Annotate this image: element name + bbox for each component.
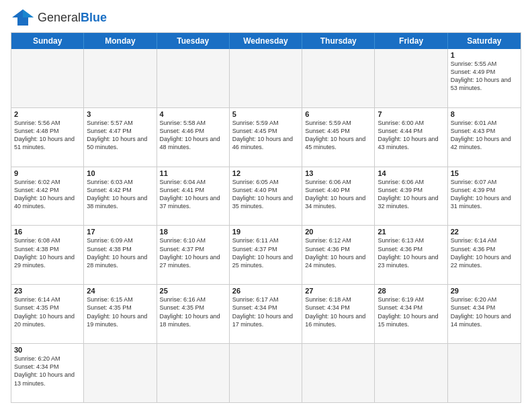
- calendar-cell: [157, 344, 230, 402]
- day-number: 7: [378, 110, 444, 118]
- day-number: 2: [14, 110, 81, 118]
- cell-info: Sunrise: 5:59 AM Sunset: 4:45 PM Dayligh…: [305, 119, 371, 152]
- day-number: 27: [305, 287, 371, 295]
- calendar-cell: 1Sunrise: 5:55 AM Sunset: 4:49 PM Daylig…: [448, 49, 521, 107]
- calendar-cell: 10Sunrise: 6:03 AM Sunset: 4:42 PM Dayli…: [84, 167, 157, 226]
- calendar-cell: [375, 344, 447, 402]
- calendar-header: SundayMondayTuesdayWednesdayThursdayFrid…: [11, 33, 521, 49]
- header: GeneralBlue: [11, 8, 521, 27]
- day-number: 17: [87, 228, 153, 236]
- calendar-cell: 13Sunrise: 6:06 AM Sunset: 4:40 PM Dayli…: [302, 167, 375, 226]
- cell-info: Sunrise: 6:20 AM Sunset: 4:34 PM Dayligh…: [451, 295, 518, 328]
- calendar-cell: 30Sunrise: 6:20 AM Sunset: 4:34 PM Dayli…: [11, 344, 84, 402]
- cell-info: Sunrise: 6:01 AM Sunset: 4:43 PM Dayligh…: [451, 119, 518, 152]
- calendar-cell: [448, 344, 521, 402]
- calendar-cell: 12Sunrise: 6:05 AM Sunset: 4:40 PM Dayli…: [230, 167, 302, 226]
- day-number: 4: [160, 110, 226, 118]
- calendar-row: 2Sunrise: 5:56 AM Sunset: 4:48 PM Daylig…: [11, 107, 521, 167]
- calendar-row: 9Sunrise: 6:02 AM Sunset: 4:42 PM Daylig…: [11, 167, 521, 226]
- calendar-cell: 8Sunrise: 6:01 AM Sunset: 4:43 PM Daylig…: [448, 108, 521, 167]
- weekday-header: Monday: [84, 33, 157, 49]
- calendar-cell: 16Sunrise: 6:08 AM Sunset: 4:38 PM Dayli…: [11, 226, 84, 284]
- calendar-cell: [84, 49, 157, 107]
- calendar-cell: 5Sunrise: 5:59 AM Sunset: 4:45 PM Daylig…: [230, 108, 302, 167]
- day-number: 28: [378, 287, 444, 295]
- cell-info: Sunrise: 6:14 AM Sunset: 4:36 PM Dayligh…: [451, 236, 518, 269]
- calendar-row: 23Sunrise: 6:14 AM Sunset: 4:35 PM Dayli…: [11, 284, 521, 343]
- cell-info: Sunrise: 6:18 AM Sunset: 4:34 PM Dayligh…: [305, 295, 371, 328]
- calendar-cell: [302, 344, 375, 402]
- cell-info: Sunrise: 6:00 AM Sunset: 4:44 PM Dayligh…: [378, 119, 444, 152]
- calendar-cell: 14Sunrise: 6:06 AM Sunset: 4:39 PM Dayli…: [375, 167, 447, 226]
- calendar-cell: 23Sunrise: 6:14 AM Sunset: 4:35 PM Dayli…: [11, 285, 84, 343]
- weekday-header: Thursday: [302, 33, 375, 49]
- day-number: 11: [160, 169, 226, 177]
- cell-info: Sunrise: 6:03 AM Sunset: 4:42 PM Dayligh…: [87, 178, 153, 211]
- cell-info: Sunrise: 6:08 AM Sunset: 4:38 PM Dayligh…: [14, 236, 81, 269]
- day-number: 1: [451, 51, 518, 59]
- calendar-cell: 28Sunrise: 6:19 AM Sunset: 4:34 PM Dayli…: [375, 285, 447, 343]
- day-number: 24: [87, 287, 153, 295]
- calendar-cell: 9Sunrise: 6:02 AM Sunset: 4:42 PM Daylig…: [11, 167, 84, 226]
- calendar-cell: [11, 49, 84, 107]
- cell-info: Sunrise: 6:06 AM Sunset: 4:39 PM Dayligh…: [378, 178, 444, 211]
- calendar-cell: 29Sunrise: 6:20 AM Sunset: 4:34 PM Dayli…: [448, 285, 521, 343]
- cell-info: Sunrise: 6:02 AM Sunset: 4:42 PM Dayligh…: [14, 178, 81, 211]
- calendar-cell: 6Sunrise: 5:59 AM Sunset: 4:45 PM Daylig…: [302, 108, 375, 167]
- cell-info: Sunrise: 5:57 AM Sunset: 4:47 PM Dayligh…: [87, 119, 153, 152]
- calendar-cell: [84, 344, 157, 402]
- day-number: 3: [87, 110, 153, 118]
- calendar-row: 30Sunrise: 6:20 AM Sunset: 4:34 PM Dayli…: [11, 343, 521, 402]
- calendar-body: 1Sunrise: 5:55 AM Sunset: 4:49 PM Daylig…: [11, 49, 521, 402]
- cell-info: Sunrise: 6:20 AM Sunset: 4:34 PM Dayligh…: [14, 355, 81, 387]
- day-number: 9: [14, 169, 81, 177]
- cell-info: Sunrise: 6:19 AM Sunset: 4:34 PM Dayligh…: [378, 295, 444, 328]
- calendar-cell: 21Sunrise: 6:13 AM Sunset: 4:36 PM Dayli…: [375, 226, 447, 284]
- logo: GeneralBlue: [11, 8, 107, 27]
- cell-info: Sunrise: 6:13 AM Sunset: 4:36 PM Dayligh…: [378, 236, 444, 269]
- calendar-cell: 26Sunrise: 6:17 AM Sunset: 4:34 PM Dayli…: [230, 285, 302, 343]
- weekday-header: Friday: [375, 33, 447, 49]
- weekday-header: Wednesday: [230, 33, 302, 49]
- calendar-cell: 19Sunrise: 6:11 AM Sunset: 4:37 PM Dayli…: [230, 226, 302, 284]
- calendar-cell: 27Sunrise: 6:18 AM Sunset: 4:34 PM Dayli…: [302, 285, 375, 343]
- day-number: 8: [451, 110, 518, 118]
- cell-info: Sunrise: 6:12 AM Sunset: 4:36 PM Dayligh…: [305, 236, 371, 269]
- calendar-cell: [157, 49, 230, 107]
- day-number: 15: [451, 169, 518, 177]
- calendar-cell: 25Sunrise: 6:16 AM Sunset: 4:35 PM Dayli…: [157, 285, 230, 343]
- calendar-cell: 24Sunrise: 6:15 AM Sunset: 4:35 PM Dayli…: [84, 285, 157, 343]
- calendar-cell: [375, 49, 447, 107]
- day-number: 12: [232, 169, 299, 177]
- calendar-cell: 3Sunrise: 5:57 AM Sunset: 4:47 PM Daylig…: [84, 108, 157, 167]
- cell-info: Sunrise: 5:58 AM Sunset: 4:46 PM Dayligh…: [160, 119, 226, 152]
- cell-info: Sunrise: 6:11 AM Sunset: 4:37 PM Dayligh…: [232, 236, 299, 269]
- cell-info: Sunrise: 6:15 AM Sunset: 4:35 PM Dayligh…: [87, 295, 153, 328]
- day-number: 16: [14, 228, 81, 236]
- calendar: SundayMondayTuesdayWednesdayThursdayFrid…: [11, 32, 521, 403]
- calendar-cell: [230, 344, 302, 402]
- calendar-cell: 17Sunrise: 6:09 AM Sunset: 4:38 PM Dayli…: [84, 226, 157, 284]
- weekday-header: Saturday: [448, 33, 521, 49]
- day-number: 18: [160, 228, 226, 236]
- cell-info: Sunrise: 5:59 AM Sunset: 4:45 PM Dayligh…: [232, 119, 299, 152]
- logo-icon: [11, 8, 35, 27]
- calendar-cell: 2Sunrise: 5:56 AM Sunset: 4:48 PM Daylig…: [11, 108, 84, 167]
- calendar-cell: 22Sunrise: 6:14 AM Sunset: 4:36 PM Dayli…: [448, 226, 521, 284]
- day-number: 22: [451, 228, 518, 236]
- calendar-row: 16Sunrise: 6:08 AM Sunset: 4:38 PM Dayli…: [11, 225, 521, 284]
- calendar-cell: [302, 49, 375, 107]
- day-number: 5: [232, 110, 299, 118]
- day-number: 30: [14, 346, 81, 354]
- calendar-cell: 7Sunrise: 6:00 AM Sunset: 4:44 PM Daylig…: [375, 108, 447, 167]
- day-number: 25: [160, 287, 226, 295]
- svg-marker-1: [23, 9, 34, 17]
- calendar-cell: 11Sunrise: 6:04 AM Sunset: 4:41 PM Dayli…: [157, 167, 230, 226]
- cell-info: Sunrise: 6:07 AM Sunset: 4:39 PM Dayligh…: [451, 178, 518, 211]
- weekday-header: Tuesday: [157, 33, 230, 49]
- cell-info: Sunrise: 6:04 AM Sunset: 4:41 PM Dayligh…: [160, 178, 226, 211]
- calendar-cell: 15Sunrise: 6:07 AM Sunset: 4:39 PM Dayli…: [448, 167, 521, 226]
- day-number: 13: [305, 169, 371, 177]
- day-number: 26: [232, 287, 299, 295]
- calendar-cell: 20Sunrise: 6:12 AM Sunset: 4:36 PM Dayli…: [302, 226, 375, 284]
